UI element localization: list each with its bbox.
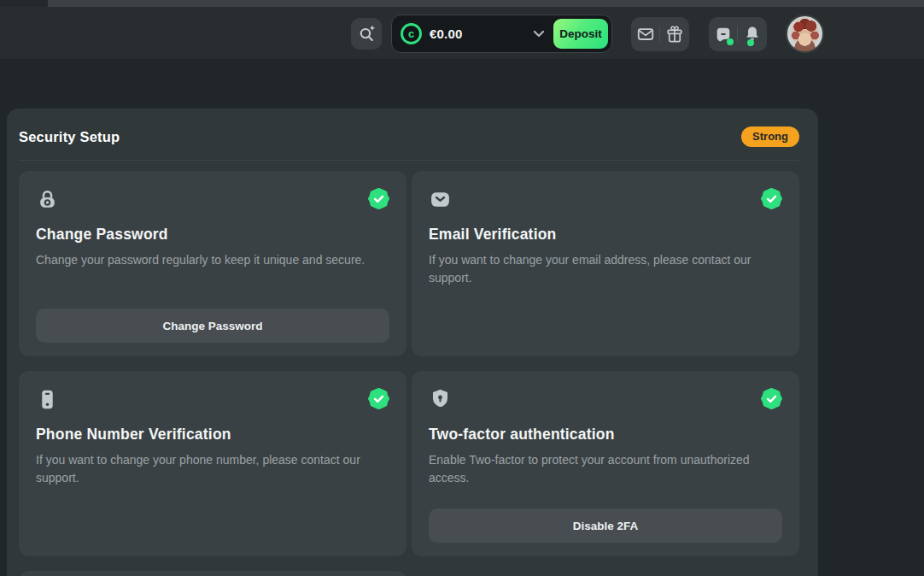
chat-status-dot xyxy=(727,38,734,45)
top-navbar: c €0.00 Deposit xyxy=(0,7,924,59)
user-avatar[interactable] xyxy=(786,15,824,53)
search-sparkle-icon xyxy=(357,24,377,44)
verified-check-badge-icon xyxy=(368,188,389,209)
card-email-verification: Email Verification If you want to change… xyxy=(412,171,799,356)
screen: c €0.00 Deposit xyxy=(0,0,924,576)
verified-check-badge-icon xyxy=(761,388,782,409)
verified-check-badge-icon xyxy=(761,188,782,209)
chat-notification-group xyxy=(709,17,767,51)
mail-button[interactable] xyxy=(631,17,659,51)
card-description: Change your password regularly to keep i… xyxy=(36,251,389,269)
chevron-down-icon xyxy=(533,30,545,38)
security-strength-badge: Strong xyxy=(741,126,799,147)
shield-keyhole-icon xyxy=(429,388,452,411)
chat-button[interactable] xyxy=(709,17,737,51)
gift-button[interactable] xyxy=(660,17,688,51)
card-title: Two-factor authentication xyxy=(429,426,782,444)
card-two-factor: Two-factor authentication Enable Two-fac… xyxy=(412,371,799,556)
card-title: Change Password xyxy=(36,226,389,244)
wallet-balance-selector[interactable]: c €0.00 Deposit xyxy=(391,15,612,53)
mail-gift-group xyxy=(631,17,689,51)
gift-icon xyxy=(665,25,684,44)
card-change-password: Change Password Change your password reg… xyxy=(19,171,406,356)
top-strip xyxy=(0,0,924,7)
change-password-button[interactable]: Change Password xyxy=(36,309,389,343)
deposit-button[interactable]: Deposit xyxy=(553,19,608,49)
header-divider xyxy=(19,160,799,161)
card-partial-next xyxy=(19,571,406,576)
bell-status-dot xyxy=(747,39,754,46)
card-description: Enable Two-factor to protect your accoun… xyxy=(429,451,782,487)
panel-header: Security Setup Strong xyxy=(19,109,799,158)
wallet-balance: €0.00 xyxy=(430,26,463,41)
mail-icon xyxy=(429,188,452,211)
notifications-button[interactable] xyxy=(738,17,766,51)
top-strip-left-segment xyxy=(0,0,48,7)
search-button[interactable] xyxy=(351,18,382,50)
card-title: Phone Number Verification xyxy=(36,426,389,444)
disable-2fa-button[interactable]: Disable 2FA xyxy=(429,508,782,543)
card-description: If you want to change your email address… xyxy=(429,251,782,287)
coin-icon: c xyxy=(401,23,422,44)
page-title: Security Setup xyxy=(19,129,120,145)
lock-icon xyxy=(36,188,59,211)
card-phone-verification: Phone Number Verification If you want to… xyxy=(19,371,406,556)
card-description: If you want to change your phone number,… xyxy=(36,451,389,487)
phone-icon xyxy=(36,388,59,411)
security-setup-panel: Security Setup Strong xyxy=(7,109,818,576)
mail-icon xyxy=(636,25,655,44)
verified-check-badge-icon xyxy=(368,388,389,409)
security-cards-grid: Change Password Change your password reg… xyxy=(19,171,799,576)
card-title: Email Verification xyxy=(429,226,782,244)
